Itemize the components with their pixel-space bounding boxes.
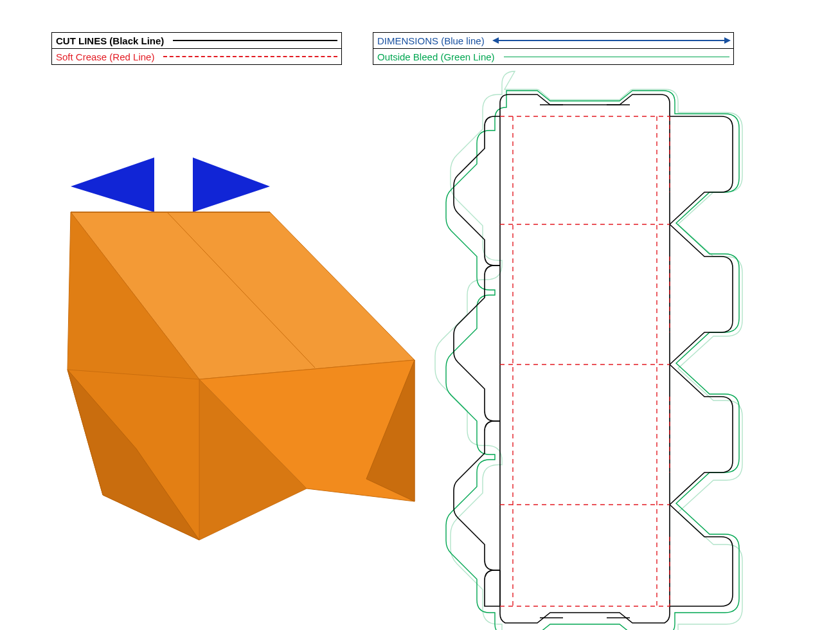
legend-cut-label: CUT LINES (Black Line) <box>56 35 164 46</box>
crease-lines <box>500 116 670 606</box>
cut-line-sample <box>173 40 337 41</box>
dieline-template <box>431 87 791 614</box>
box-flap-left <box>71 158 154 212</box>
cut-lines <box>454 94 733 623</box>
legend-soft-crease: Soft Crease (Red Line) <box>52 49 341 64</box>
legend-right: DIMENSIONS (Blue line) Outside Bleed (Gr… <box>373 32 734 65</box>
box-3d-render <box>19 129 431 579</box>
bleed-line-sample <box>504 57 729 57</box>
legend-dimensions: DIMENSIONS (Blue line) <box>373 33 733 49</box>
legend-bleed: Outside Bleed (Green Line) <box>373 49 733 64</box>
legend-bleed-label: Outside Bleed (Green Line) <box>377 51 495 62</box>
bleed-outline-visual <box>446 91 739 630</box>
legend-cut-lines: CUT LINES (Black Line) <box>52 33 341 49</box>
legend-crease-label: Soft Crease (Red Line) <box>56 51 154 62</box>
legend-dimensions-label: DIMENSIONS (Blue line) <box>377 35 485 46</box>
bleed-outline <box>435 71 742 630</box>
legend-left: CUT LINES (Black Line) Soft Crease (Red … <box>51 32 342 65</box>
dimension-arrow-sample <box>494 40 729 41</box>
box-flap-right <box>193 158 270 212</box>
crease-line-sample <box>163 56 337 57</box>
